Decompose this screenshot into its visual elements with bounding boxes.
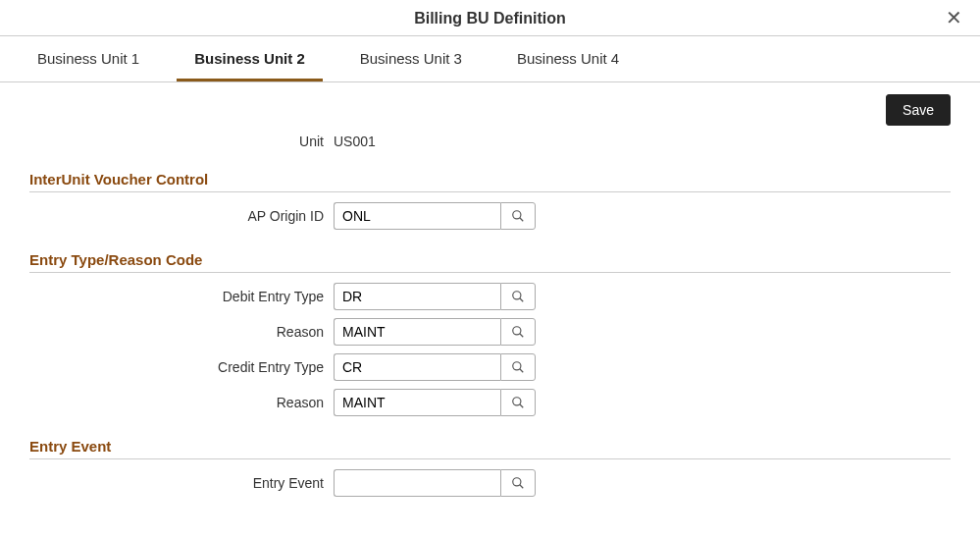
credit-reason-label: Reason: [29, 395, 334, 410]
section-entry-event-title: Entry Event: [29, 424, 951, 459]
credit-reason-row: Reason: [29, 389, 951, 416]
close-icon[interactable]: ✕: [946, 8, 962, 27]
modal-header: Billing BU Definition ✕: [0, 0, 980, 36]
section-entry-type-title: Entry Type/Reason Code: [29, 238, 951, 273]
ap-origin-id-row: AP Origin ID: [29, 202, 951, 230]
tab-business-unit-4[interactable]: Business Unit 4: [499, 36, 637, 81]
entry-event-label: Entry Event: [29, 475, 334, 491]
debit-reason-label: Reason: [29, 324, 334, 340]
tab-business-unit-1[interactable]: Business Unit 1: [20, 36, 157, 81]
entry-event-lookup-button[interactable]: [500, 469, 536, 497]
tab-content: Save Unit US001 InterUnit Voucher Contro…: [0, 82, 980, 534]
svg-line-7: [520, 369, 524, 373]
debit-entry-type-lookup-button[interactable]: [500, 283, 536, 310]
entry-event-row: Entry Event: [29, 469, 951, 497]
page-title: Billing BU Definition: [414, 10, 566, 27]
debit-reason-input[interactable]: [334, 318, 500, 346]
svg-point-2: [513, 292, 521, 299]
search-icon: [511, 476, 525, 490]
ap-origin-id-input[interactable]: [334, 202, 500, 230]
debit-entry-type-input[interactable]: [334, 283, 500, 310]
svg-point-6: [513, 362, 521, 370]
tab-bar: Business Unit 1 Business Unit 2 Business…: [0, 36, 980, 82]
debit-reason-row: Reason: [29, 318, 951, 346]
unit-row: Unit US001: [29, 134, 951, 149]
debit-reason-lookup-button[interactable]: [500, 318, 536, 346]
debit-entry-type-row: Debit Entry Type: [29, 283, 951, 310]
svg-point-4: [513, 327, 521, 335]
svg-line-9: [520, 404, 524, 408]
svg-line-11: [520, 485, 524, 489]
save-button[interactable]: Save: [886, 94, 951, 126]
svg-point-10: [513, 478, 521, 486]
search-icon: [511, 360, 525, 374]
entry-event-input[interactable]: [334, 469, 500, 497]
svg-line-5: [520, 334, 524, 338]
tab-business-unit-2[interactable]: Business Unit 2: [177, 36, 323, 81]
credit-reason-lookup-button[interactable]: [500, 389, 536, 416]
search-icon: [511, 209, 525, 223]
credit-entry-type-lookup-button[interactable]: [500, 353, 536, 381]
section-interunit-title: InterUnit Voucher Control: [29, 157, 951, 192]
search-icon: [511, 396, 525, 409]
credit-entry-type-label: Credit Entry Type: [29, 359, 334, 375]
svg-line-1: [520, 218, 524, 222]
search-icon: [511, 325, 525, 339]
unit-value: US001: [334, 134, 951, 149]
credit-entry-type-input[interactable]: [334, 353, 500, 381]
debit-entry-type-label: Debit Entry Type: [29, 289, 334, 304]
svg-line-3: [520, 298, 524, 302]
search-icon: [511, 290, 525, 303]
credit-entry-type-row: Credit Entry Type: [29, 353, 951, 381]
ap-origin-id-label: AP Origin ID: [29, 208, 334, 224]
tab-business-unit-3[interactable]: Business Unit 3: [342, 36, 480, 81]
credit-reason-input[interactable]: [334, 389, 500, 416]
svg-point-0: [513, 211, 521, 219]
unit-label: Unit: [29, 134, 334, 149]
svg-point-8: [513, 398, 521, 405]
ap-origin-id-lookup-button[interactable]: [500, 202, 536, 230]
